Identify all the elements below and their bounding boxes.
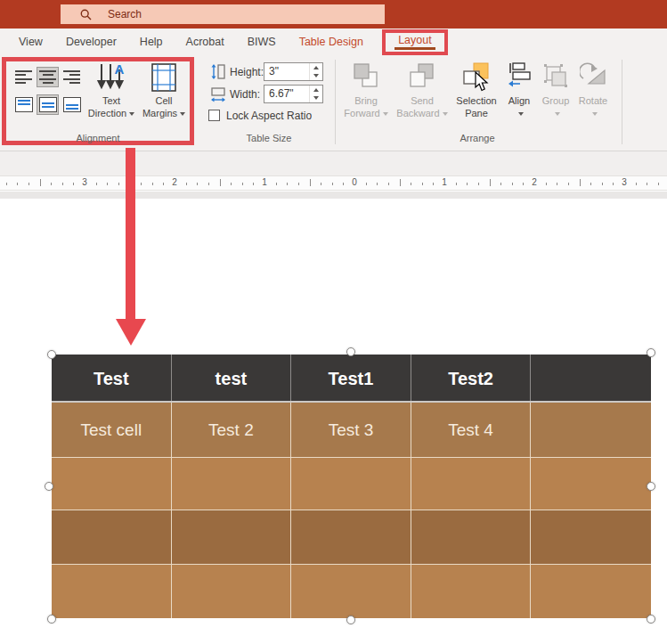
- align-objects-icon: [504, 62, 534, 94]
- chevron-down-icon: [592, 112, 598, 116]
- table-row: [52, 509, 651, 564]
- ribbon-tabs: View Developer Help Acrobat BIWS Table D…: [0, 29, 667, 55]
- align-text-left-button[interactable]: [12, 67, 35, 87]
- ruler-tick: [118, 183, 119, 185]
- annotation-box-layout-tab: Layout: [382, 29, 448, 55]
- spin-down-icon[interactable]: [313, 96, 319, 100]
- rotate-objects-button[interactable]: Rotate: [574, 62, 612, 119]
- chevron-down-icon: [180, 112, 185, 116]
- resize-handle-bottom-right[interactable]: [647, 615, 655, 624]
- chevron-down-icon: [518, 112, 524, 116]
- table-cell[interactable]: [291, 458, 411, 509]
- cell-margins-label-1: Cell: [138, 94, 190, 107]
- spin-up-icon[interactable]: [313, 66, 319, 69]
- slide-canvas[interactable]: TesttestTest1Test2Test cellTest 2Test 3T…: [0, 199, 667, 644]
- table-cell[interactable]: [531, 458, 651, 509]
- text-direction-button[interactable]: A Text Direction: [85, 62, 137, 119]
- tab-acrobat[interactable]: Acrobat: [175, 36, 236, 48]
- resize-handle-middle-left[interactable]: [45, 482, 53, 491]
- align-text-right-button[interactable]: [61, 67, 83, 87]
- ribbon: A Text Direction Cell Margins Alignment: [0, 55, 667, 151]
- table-cell[interactable]: [291, 510, 411, 564]
- table-cell[interactable]: Test cell: [52, 403, 172, 457]
- resize-handle-bottom-middle[interactable]: [346, 615, 355, 624]
- slide-table[interactable]: TesttestTest1Test2Test cellTest 2Test 3T…: [52, 355, 651, 618]
- ruler-tick: [580, 179, 581, 186]
- active-tab-underline: [395, 47, 435, 50]
- align-objects-label: Align: [504, 94, 534, 107]
- table-cell[interactable]: [411, 510, 532, 564]
- ruler-tick: [366, 183, 367, 185]
- height-spinner[interactable]: [309, 63, 322, 80]
- table-header-cell[interactable]: [531, 355, 651, 401]
- resize-handle-middle-right[interactable]: [647, 482, 655, 491]
- ruler-tick: [456, 183, 457, 185]
- table-cell[interactable]: [172, 565, 292, 618]
- height-input[interactable]: 3": [264, 62, 323, 81]
- title-bar: Search: [0, 0, 667, 29]
- table-cell[interactable]: [52, 510, 172, 564]
- table-cell[interactable]: [52, 458, 172, 509]
- ruler-tick: [343, 183, 344, 185]
- lock-aspect-ratio-checkbox[interactable]: [208, 110, 220, 121]
- align-objects-button[interactable]: Align: [504, 62, 534, 119]
- ruler-tick: [197, 183, 198, 185]
- resize-handle-top-middle[interactable]: [346, 347, 355, 356]
- ruler-number: 1: [439, 177, 450, 187]
- ruler-number: 3: [79, 177, 90, 187]
- ruler-tick: [40, 179, 41, 186]
- cell-margins-button[interactable]: Cell Margins: [138, 62, 190, 119]
- tab-view[interactable]: View: [7, 36, 54, 48]
- spin-down-icon[interactable]: [313, 74, 319, 77]
- tab-biws[interactable]: BIWS: [236, 36, 288, 48]
- ruler-tick: [546, 183, 547, 185]
- table-cell[interactable]: [531, 565, 651, 618]
- center-vertically-button[interactable]: [37, 94, 59, 115]
- tab-layout-active[interactable]: Layout: [398, 34, 432, 46]
- bring-forward-button[interactable]: Bring Forward: [341, 62, 391, 119]
- table-header-cell[interactable]: test: [172, 355, 292, 401]
- width-spinner[interactable]: [309, 86, 322, 102]
- table-cell[interactable]: [531, 510, 651, 564]
- spin-up-icon[interactable]: [313, 88, 319, 92]
- ruler-tick: [186, 183, 187, 185]
- resize-handle-top-right[interactable]: [647, 348, 655, 357]
- resize-handle-top-left[interactable]: [47, 350, 56, 359]
- table-cell[interactable]: [172, 458, 292, 509]
- tab-help[interactable]: Help: [128, 36, 175, 48]
- align-text-center-button[interactable]: [37, 67, 59, 87]
- table-cell[interactable]: [411, 458, 532, 509]
- table-cell[interactable]: Test 4: [411, 403, 532, 457]
- search-input[interactable]: Search: [61, 4, 385, 24]
- mouse-cursor: [475, 71, 489, 93]
- chevron-down-icon: [129, 112, 134, 116]
- resize-handle-bottom-left[interactable]: [47, 615, 56, 624]
- table-cell[interactable]: [411, 565, 532, 618]
- tab-developer[interactable]: Developer: [54, 36, 128, 48]
- ruler-tick: [613, 183, 614, 185]
- align-bottom-button[interactable]: [61, 94, 83, 115]
- ruler-tick: [523, 183, 524, 185]
- table-cell[interactable]: [531, 403, 651, 457]
- table-header-cell[interactable]: Test2: [411, 355, 532, 401]
- table-width-icon: [210, 86, 226, 103]
- table-cell[interactable]: Test 2: [172, 403, 292, 457]
- table-cell[interactable]: [291, 565, 411, 618]
- ruler-tick: [276, 183, 277, 185]
- arrange-group-label: Arrange: [338, 133, 616, 143]
- width-input[interactable]: 6.67": [264, 85, 323, 103]
- alignment-group-label: Alignment: [6, 133, 190, 143]
- ruler-tick: [96, 183, 97, 185]
- table-cell[interactable]: [52, 565, 172, 618]
- table-cell[interactable]: [172, 510, 292, 564]
- align-top-button[interactable]: [12, 94, 35, 115]
- send-backward-button[interactable]: Send Backward: [395, 62, 449, 119]
- tab-table-design[interactable]: Table Design: [288, 36, 375, 48]
- ruler-tick: [242, 183, 243, 185]
- table-cell[interactable]: Test 3: [291, 403, 411, 457]
- table-header-cell[interactable]: Test1: [291, 355, 411, 401]
- group-objects-button[interactable]: Group: [538, 62, 573, 119]
- ruler-number: 1: [259, 177, 270, 187]
- ruler-tick: [490, 179, 491, 186]
- table-header-cell[interactable]: Test: [52, 355, 172, 401]
